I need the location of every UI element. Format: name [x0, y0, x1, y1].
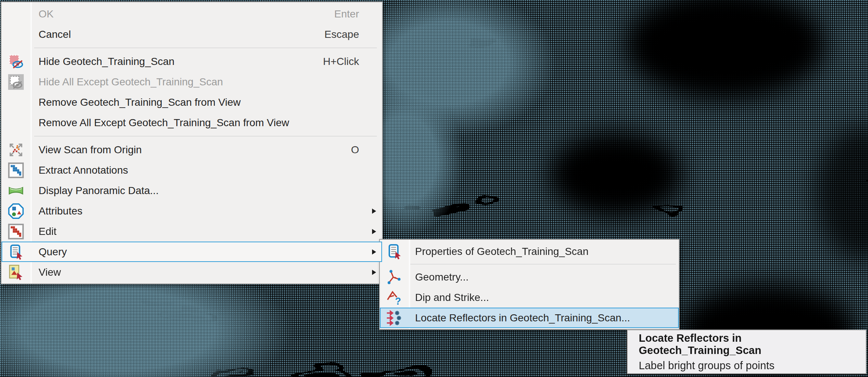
menu-item-display-panoramic[interactable]: Display Panoramic Data...: [1, 180, 382, 201]
hide-scan-icon: [7, 53, 24, 70]
menu-item-label: Edit: [39, 226, 56, 237]
menu-item-remove-scan[interactable]: Remove Geotech_Training_Scan from View: [1, 92, 382, 112]
dip-strike-icon: ?: [386, 289, 403, 306]
svg-text:?: ?: [395, 296, 401, 306]
query-submenu: Properties of Geotech_Training_Scan Geom…: [379, 239, 680, 330]
menu-item-cancel[interactable]: Cancel Escape: [1, 24, 382, 45]
panoramic-data-icon: [7, 182, 24, 199]
submenu-chevron-icon: [372, 249, 376, 255]
menu-item-label: Extract Annotations: [39, 164, 128, 176]
edit-icon: [7, 223, 24, 240]
query-icon: [7, 243, 24, 260]
menu-item-label: Properties of Geotech_Training_Scan: [415, 246, 588, 258]
menu-item-label: View Scan from Origin: [39, 144, 142, 156]
menu-separator: [1, 133, 382, 140]
menu-item-remove-all-except[interactable]: Remove All Except Geotech_Training_Scan …: [1, 112, 382, 133]
submenu-chevron-icon: [372, 209, 376, 214]
submenu-item-dip-strike[interactable]: ? Dip and Strike...: [380, 287, 679, 308]
menu-item-hide-scan[interactable]: Hide Geotech_Training_Scan H+Click: [1, 51, 382, 72]
menu-item-label: Hide Geotech_Training_Scan: [39, 56, 174, 68]
submenu-item-geometry[interactable]: Geometry...: [380, 267, 679, 287]
menu-item-extract-annotations[interactable]: Extract Annotations: [1, 160, 382, 180]
view-scan-origin-icon: [7, 141, 24, 158]
menu-item-query[interactable]: Query: [1, 242, 382, 262]
submenu-item-properties[interactable]: Properties of Geotech_Training_Scan: [380, 241, 679, 262]
submenu-chevron-icon: [372, 270, 376, 275]
view-icon: [7, 264, 24, 281]
attributes-icon: [7, 203, 24, 220]
menu-item-label: Display Panoramic Data...: [39, 185, 159, 197]
geometry-icon: [386, 269, 403, 286]
menu-item-shortcut: Enter: [334, 8, 359, 20]
menu-item-shortcut: H+Click: [323, 56, 359, 68]
properties-icon: [386, 243, 403, 260]
extract-annotations-icon: [7, 162, 24, 179]
menu-item-label: Query: [39, 246, 67, 258]
menu-item-label: View: [39, 266, 61, 278]
context-menu: OK Enter Cancel Escape Hide Geotech_Trai…: [1, 1, 383, 284]
submenu-chevron-icon: [372, 229, 376, 234]
menu-item-hide-all-except[interactable]: Hide All Except Geotech_Training_Scan: [1, 72, 382, 92]
tooltip: Locate Reflectors in Geotech_Training_Sc…: [627, 330, 867, 374]
menu-item-ok[interactable]: OK Enter: [1, 4, 382, 24]
menu-item-edit[interactable]: Edit: [1, 221, 382, 242]
menu-item-label: OK: [39, 8, 53, 20]
tooltip-description: Label bright groups of points: [639, 360, 866, 372]
locate-reflectors-icon: [386, 309, 403, 327]
menu-item-label: Remove Geotech_Training_Scan from View: [39, 96, 241, 108]
menu-item-shortcut: O: [351, 144, 359, 156]
menu-item-label: Cancel: [39, 29, 71, 40]
menu-item-label: Dip and Strike...: [415, 292, 489, 304]
menu-item-shortcut: Escape: [325, 29, 359, 40]
menu-item-label: Remove All Except Geotech_Training_Scan …: [39, 117, 289, 129]
menu-item-label: Attributes: [39, 205, 82, 217]
menu-item-view-scan-origin[interactable]: View Scan from Origin O: [1, 140, 382, 160]
hide-all-except-icon: [7, 73, 24, 91]
menu-separator: [380, 262, 679, 267]
menu-item-attributes[interactable]: Attributes: [1, 201, 382, 221]
menu-item-view[interactable]: View: [1, 262, 382, 282]
menu-item-label: Geometry...: [415, 271, 468, 283]
menu-item-label: Hide All Except Geotech_Training_Scan: [39, 76, 223, 88]
menu-separator: [1, 45, 382, 51]
tooltip-title: Locate Reflectors in Geotech_Training_Sc…: [639, 332, 866, 357]
menu-item-label: Locate Reflectors in Geotech_Training_Sc…: [415, 312, 630, 324]
submenu-item-locate-reflectors[interactable]: Locate Reflectors in Geotech_Training_Sc…: [380, 308, 679, 328]
